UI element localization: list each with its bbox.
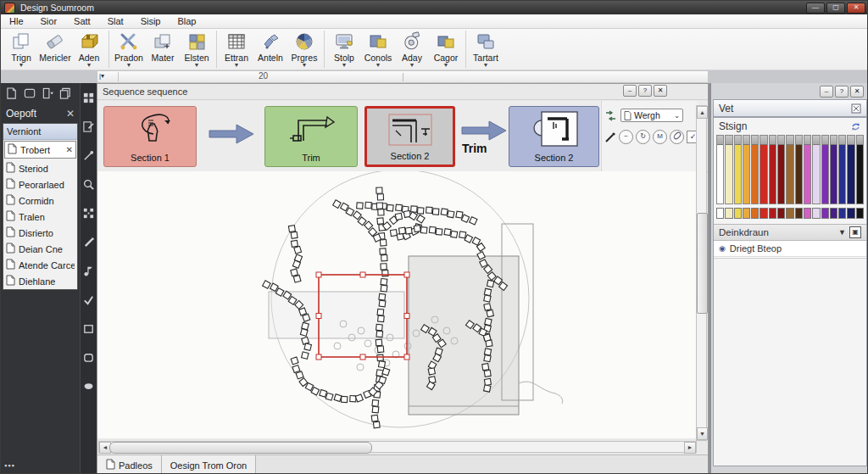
paperclip-icon[interactable] [670, 130, 684, 144]
swatch-16[interactable] [856, 208, 864, 219]
swatch-5[interactable] [760, 208, 767, 219]
document-tab-1[interactable]: Padleos [97, 455, 162, 474]
rounded-rect-tool-icon[interactable] [82, 351, 95, 367]
swatch-8[interactable] [786, 208, 793, 219]
palette-bar-15[interactable] [847, 135, 854, 204]
toolbar-button-stolp[interactable]: Stolp▼ [327, 29, 361, 68]
scroll-right-arrow[interactable]: ► [684, 442, 696, 454]
menu-item-blap[interactable]: Blap [169, 15, 204, 27]
swatch-1[interactable] [725, 208, 732, 219]
swatch-4[interactable] [751, 208, 759, 219]
list-item[interactable]: Trobert✕ [4, 141, 76, 159]
menu-item-sior[interactable]: Sior [32, 15, 66, 27]
sequence-step-3[interactable]: Section 2 [364, 106, 455, 167]
list-item[interactable]: Tralen [3, 209, 77, 225]
palette-bar-2[interactable] [734, 135, 742, 204]
toolbar-button-prgres[interactable]: Prgres▼ [287, 29, 321, 68]
list-item[interactable]: Diehlane [3, 273, 77, 289]
palette-bar-16[interactable] [856, 135, 864, 204]
doc-close-button[interactable]: ✕ [654, 85, 667, 97]
palette-bar-0[interactable] [716, 135, 724, 204]
menu-item-sisip[interactable]: Sisip [132, 15, 170, 27]
selection-handle[interactable] [316, 314, 321, 319]
menu-item-satt[interactable]: Satt [65, 15, 99, 27]
minimize-button[interactable]: — [806, 3, 825, 14]
menu-item-hle[interactable]: Hle [1, 15, 32, 27]
left-panel-close-icon[interactable]: ✕ [66, 108, 75, 120]
reorder-icon[interactable] [604, 109, 617, 122]
swatch-10[interactable] [804, 208, 811, 219]
toolbar-button-tartart[interactable]: Tartart▼ [469, 29, 503, 68]
control-circle-button-0[interactable]: − [619, 130, 633, 144]
palette-bar-7[interactable] [777, 135, 785, 204]
palette-minimize-button[interactable]: – [820, 86, 833, 98]
selection-handle[interactable] [316, 354, 321, 360]
swatch-12[interactable] [821, 208, 829, 219]
ellipse-tool-icon[interactable] [82, 380, 95, 396]
document-tab-2[interactable]: Oesign Trom Oron [162, 455, 256, 474]
swatch-7[interactable] [777, 208, 785, 219]
page-copy-icon[interactable] [59, 87, 72, 103]
collapse-chevron-icon[interactable]: ▼ [838, 228, 846, 237]
swatch-3[interactable] [743, 208, 750, 219]
list-item-selected[interactable]: Verniont [3, 124, 77, 140]
horizontal-scroll-thumb[interactable] [109, 442, 372, 454]
grid-tool-icon[interactable] [82, 92, 95, 108]
thread-item[interactable]: ◉Driegt Bteop [714, 241, 866, 257]
menu-item-slat[interactable]: Slat [99, 15, 132, 27]
palette-bar-6[interactable] [769, 135, 776, 204]
list-item[interactable]: Disrierto [3, 225, 77, 241]
swatch-6[interactable] [769, 208, 776, 219]
palette-help-button[interactable]: ? [835, 86, 849, 98]
palette-bar-4[interactable] [751, 135, 759, 204]
close-icon[interactable]: ✕ [66, 145, 73, 154]
list-item[interactable]: Deian Cne [3, 241, 77, 257]
palette-bar-9[interactable] [795, 135, 803, 204]
page-drop-icon[interactable] [42, 87, 54, 103]
list-item[interactable]: Cormidn [3, 192, 77, 209]
selection-handle[interactable] [360, 354, 365, 360]
selection-handle[interactable] [316, 272, 321, 277]
palette-bar-10[interactable] [804, 135, 811, 204]
close-button[interactable]: ✕ [847, 3, 865, 14]
vertical-scroll-thumb[interactable] [697, 213, 708, 314]
rect-tool-icon[interactable] [82, 322, 95, 338]
palette-bar-12[interactable] [821, 135, 829, 204]
swatch-13[interactable] [830, 208, 837, 219]
swatch-9[interactable] [795, 208, 803, 219]
design-canvas[interactable] [97, 171, 697, 438]
palette-bar-5[interactable] [760, 135, 767, 204]
palette-close-button[interactable]: ✕ [850, 86, 864, 98]
swatch-11[interactable] [812, 208, 820, 219]
toolbar-button-anteln[interactable]: Anteln [253, 29, 287, 63]
ruler-dropdown[interactable]: |▾ [99, 72, 119, 81]
doc-help-button[interactable]: ? [638, 85, 652, 97]
palette-bar-14[interactable] [838, 135, 846, 204]
toolbar-button-aday[interactable]: Aday▼ [395, 29, 429, 68]
list-item[interactable]: Atende Carce [3, 257, 77, 273]
toolbar-button-conols[interactable]: Conols▼ [361, 29, 395, 68]
scroll-down-arrow[interactable]: ▼ [697, 427, 708, 440]
toolbar-button-ettran[interactable]: Ettran▼ [220, 29, 253, 68]
sequence-step-1[interactable]: Section 1 [103, 106, 197, 167]
list-item[interactable]: Steriod [3, 160, 77, 176]
list-item[interactable]: Peorarlaed [3, 176, 77, 192]
note-tool-icon[interactable] [82, 265, 95, 281]
panel-box-icon[interactable]: ▣ [849, 226, 861, 238]
brush-tool-icon[interactable] [82, 236, 95, 252]
toolbar-button-mater[interactable]: Mater [146, 29, 180, 63]
toolbar-button-pradon[interactable]: Pradon▼ [112, 29, 146, 68]
scroll-up-arrow[interactable]: ▲ [697, 106, 708, 119]
dock-icon[interactable] [851, 103, 861, 114]
selection-handle[interactable] [404, 314, 409, 319]
swatch-2[interactable] [734, 208, 742, 219]
toolbar-button-elsten[interactable]: Elsten▼ [180, 29, 214, 68]
magnifier-tool-icon[interactable] [82, 178, 95, 194]
swatch-15[interactable] [847, 208, 854, 219]
page-new-icon[interactable] [6, 87, 19, 103]
control-circle-button-1[interactable]: ↻ [636, 130, 650, 144]
swatch-14[interactable] [838, 208, 846, 219]
selection-handle[interactable] [360, 272, 365, 277]
doc-minimize-button[interactable]: – [623, 85, 637, 97]
selection-handle[interactable] [404, 272, 409, 277]
